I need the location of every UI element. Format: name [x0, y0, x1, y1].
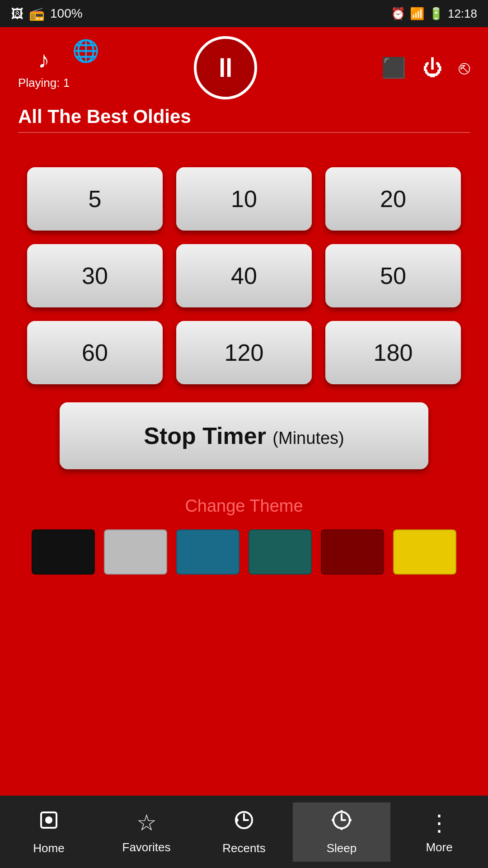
home-icon: [38, 809, 60, 837]
signal-count: 100%: [50, 6, 83, 21]
radio-icon: 📻: [29, 6, 45, 21]
stop-timer-button[interactable]: Stop Timer (Minutes): [60, 402, 428, 469]
alarm-icon: ⏰: [391, 7, 405, 21]
timer-30-button[interactable]: 30: [27, 244, 163, 307]
stop-timer-label-big: Stop Timer: [144, 423, 266, 449]
sleep-icon: [330, 809, 353, 837]
nav-more[interactable]: ⋮ More: [390, 803, 488, 861]
bottom-navigation: Home ☆ Favorites Recents Sleep: [0, 796, 488, 868]
wifi-icon: 📶: [410, 7, 424, 21]
timer-180-button[interactable]: 180: [325, 321, 461, 384]
app-header: ♪ Playing: 1 ⏸ 🌐 ⬛ ⏻ ⎋ All The Best Oldi…: [0, 27, 488, 140]
share-icon[interactable]: ⎋: [459, 57, 470, 79]
nav-recents-label: Recents: [222, 841, 265, 855]
globe-icon[interactable]: 🌐: [72, 38, 99, 64]
svg-point-1: [45, 816, 52, 824]
nav-home[interactable]: Home: [0, 802, 98, 862]
theme-yellow[interactable]: [393, 529, 456, 575]
theme-black[interactable]: [32, 529, 95, 575]
timer-50-button[interactable]: 50: [325, 244, 461, 307]
timer-20-button[interactable]: 20: [325, 167, 461, 231]
svg-point-5: [340, 827, 343, 830]
svg-point-7: [349, 819, 352, 821]
pause-icon: ⏸: [212, 54, 239, 81]
timer-10-button[interactable]: 10: [176, 167, 312, 231]
main-content: 5 10 20 30 40 50 60 120 180 Stop Timer (…: [0, 140, 488, 588]
theme-blue[interactable]: [176, 529, 239, 575]
svg-point-4: [340, 810, 343, 813]
playing-label: Playing: 1: [18, 76, 70, 90]
recents-icon: [233, 809, 255, 837]
nav-home-label: Home: [33, 841, 64, 855]
theme-gray[interactable]: [104, 529, 167, 575]
status-bar: 🖼 📻 100% ⏰ 📶 🔋 12:18: [0, 0, 488, 27]
nav-more-label: More: [426, 840, 452, 854]
nav-sleep-label: Sleep: [327, 841, 357, 855]
favorites-icon: ☆: [136, 810, 157, 836]
svg-point-6: [332, 819, 334, 821]
power-icon[interactable]: ⏻: [422, 57, 442, 79]
photo-icon: 🖼: [11, 6, 23, 21]
header-divider: [18, 132, 470, 133]
nav-recents[interactable]: Recents: [195, 802, 293, 862]
pause-button[interactable]: ⏸: [194, 36, 257, 99]
timer-120-button[interactable]: 120: [176, 321, 312, 384]
station-title: All The Best Oldies: [18, 106, 470, 127]
timer-40-button[interactable]: 40: [176, 244, 312, 307]
theme-teal[interactable]: [249, 529, 312, 575]
stop-timer-label-small: (Minutes): [272, 429, 344, 448]
stop-icon[interactable]: ⬛: [381, 56, 406, 80]
more-icon: ⋮: [428, 810, 450, 836]
nav-favorites-label: Favorites: [122, 840, 171, 854]
music-note-icon[interactable]: ♪: [38, 46, 50, 73]
change-theme-label: Change Theme: [185, 496, 303, 516]
theme-red[interactable]: [321, 529, 384, 575]
timer-grid: 5 10 20 30 40 50 60 120 180: [27, 167, 461, 384]
nav-favorites[interactable]: ☆ Favorites: [98, 803, 195, 861]
timer-5-button[interactable]: 5: [27, 167, 163, 231]
battery-icon: 🔋: [429, 7, 443, 21]
theme-swatches: [32, 529, 456, 575]
time-display: 12:18: [448, 7, 477, 21]
nav-sleep[interactable]: Sleep: [293, 802, 390, 862]
timer-60-button[interactable]: 60: [27, 321, 163, 384]
